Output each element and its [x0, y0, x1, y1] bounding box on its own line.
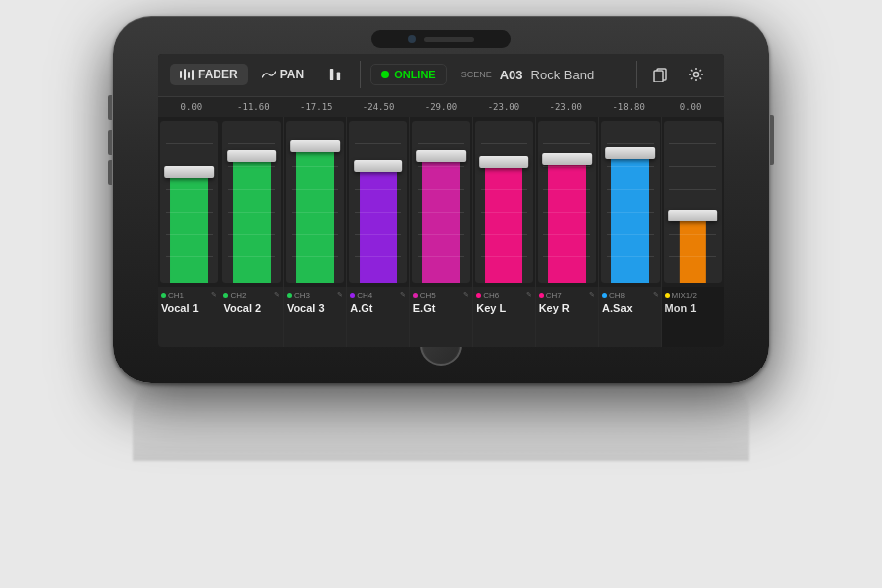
pan-label: PAN	[280, 68, 304, 81]
edit-icon-3: ✎	[400, 291, 406, 299]
channel-name-7: A.Sax	[602, 302, 658, 314]
edit-icon-5: ✎	[526, 291, 532, 299]
channel-id-text-5: CH6	[483, 291, 499, 300]
channel-id-3: CH4✎	[350, 291, 405, 300]
channel-id-8: MIX1/2	[665, 291, 721, 300]
fader-handle-0[interactable]	[164, 166, 214, 178]
fader-handle-1[interactable]	[227, 150, 277, 162]
phone-reflection	[133, 381, 749, 461]
fader-track-1	[222, 121, 280, 283]
scene-prefix: SCENE	[461, 70, 492, 79]
fader-track-0	[160, 121, 218, 283]
fader-handle-7[interactable]	[605, 147, 655, 159]
fader-handle-3[interactable]	[354, 160, 403, 172]
speaker	[424, 37, 474, 42]
channel-strip-0[interactable]	[158, 117, 220, 287]
channel-name-2: Vocal 3	[287, 302, 343, 314]
edit-icon-1: ✎	[274, 291, 280, 299]
fader-track-4	[412, 121, 470, 283]
channel-strip-7[interactable]	[599, 117, 662, 287]
svg-rect-0	[180, 71, 182, 78]
channel-strip-5[interactable]	[473, 117, 535, 287]
channel-id-text-8: MIX1/2	[672, 291, 697, 300]
fader-fill-0	[170, 166, 208, 282]
mixer-body: CH1✎Vocal 1CH2✎Vocal 2CH3✎Vocal 3CH4✎A.G…	[158, 117, 724, 347]
channel-id-7: CH8✎	[602, 291, 658, 300]
channel-id-text-0: CH1	[168, 291, 184, 300]
svg-rect-2	[188, 72, 190, 78]
settings-button[interactable]	[680, 59, 712, 90]
svg-point-8	[694, 73, 699, 77]
edit-icon-6: ✎	[589, 291, 595, 299]
channel-name-1: Vocal 2	[223, 302, 279, 314]
channel-strip-6[interactable]	[536, 117, 599, 287]
channel-id-0: CH1✎	[161, 291, 217, 300]
fader-handle-4[interactable]	[416, 150, 466, 162]
channel-label-7: CH8✎A.Sax	[599, 287, 662, 347]
fader-fill-5	[485, 156, 522, 282]
fader-fill-1	[233, 150, 271, 283]
phone-top-bar	[371, 30, 511, 48]
channel-id-text-6: CH7	[546, 291, 562, 300]
toolbar-divider	[360, 61, 361, 88]
svg-rect-5	[337, 72, 340, 80]
channel-name-6: Key R	[539, 302, 595, 314]
db-value-6: -23.00	[534, 102, 597, 112]
fader-fill-4	[422, 150, 460, 283]
fader-fill-6	[548, 153, 586, 282]
svg-rect-1	[184, 69, 186, 80]
db-value-8: 0.00	[660, 102, 722, 112]
channel-label-0: CH1✎Vocal 1	[158, 287, 220, 347]
channel-id-text-7: CH8	[609, 291, 625, 300]
online-button[interactable]: ONLINE	[370, 64, 447, 85]
fader-handle-8[interactable]	[668, 210, 718, 221]
fader-handle-5[interactable]	[480, 156, 529, 168]
graph-button[interactable]	[318, 65, 352, 84]
edit-icon-2: ✎	[337, 291, 343, 299]
fader-button[interactable]: FADER	[170, 64, 248, 85]
fader-track-7	[601, 121, 659, 283]
fader-handle-2[interactable]	[290, 140, 340, 152]
fader-fill-3	[360, 160, 397, 283]
channel-strip-2[interactable]	[284, 117, 347, 287]
channel-id-text-4: CH5	[420, 291, 436, 300]
channel-strip-4[interactable]	[410, 117, 473, 287]
scene-name: Rock Band	[531, 68, 595, 82]
phone-wrapper: FADER PAN	[93, 16, 789, 572]
channel-labels: CH1✎Vocal 1CH2✎Vocal 2CH3✎Vocal 3CH4✎A.G…	[158, 287, 724, 347]
edit-icon-4: ✎	[463, 291, 469, 299]
online-indicator	[381, 71, 389, 78]
db-value-7: -18.80	[597, 102, 660, 112]
pan-button[interactable]: PAN	[252, 64, 314, 85]
channel-strip-3[interactable]	[347, 117, 409, 287]
db-value-0: 0.00	[160, 102, 222, 112]
channel-label-4: CH5✎E.Gt	[410, 287, 473, 347]
channel-label-3: CH4✎A.Gt	[347, 287, 409, 347]
channel-id-2: CH3✎	[287, 291, 343, 300]
channel-id-text-1: CH2	[230, 291, 246, 300]
svg-rect-7	[654, 71, 663, 82]
channel-label-1: CH2✎Vocal 2	[220, 287, 283, 347]
db-value-2: -17.15	[285, 102, 348, 112]
svg-rect-3	[192, 70, 194, 80]
db-value-3: -24.50	[348, 102, 410, 112]
copy-button[interactable]	[645, 59, 676, 90]
channel-strip-1[interactable]	[220, 117, 283, 287]
channel-name-3: A.Gt	[350, 302, 405, 314]
channel-id-5: CH6✎	[476, 291, 531, 300]
phone-body: FADER PAN	[113, 16, 769, 383]
channel-id-1: CH2✎	[223, 291, 279, 300]
db-value-1: -11.60	[222, 102, 285, 112]
channel-strip-8[interactable]	[662, 117, 724, 287]
channels-area	[158, 117, 724, 287]
channel-name-5: Key L	[476, 302, 531, 314]
channel-name-0: Vocal 1	[161, 302, 217, 314]
scene-id: A03	[500, 68, 523, 82]
channel-label-8: MIX1/2Mon 1	[662, 287, 724, 347]
online-label: ONLINE	[394, 69, 436, 80]
fader-label: FADER	[198, 68, 238, 81]
channel-id-4: CH5✎	[413, 291, 469, 300]
db-value-5: -23.00	[472, 102, 534, 112]
channel-label-5: CH6✎Key L	[473, 287, 535, 347]
fader-handle-6[interactable]	[542, 153, 592, 165]
